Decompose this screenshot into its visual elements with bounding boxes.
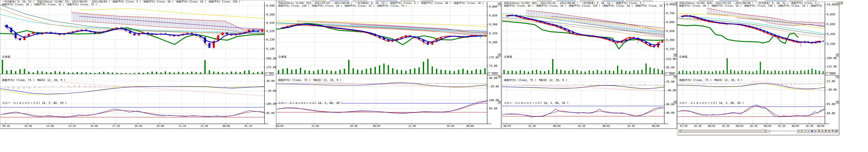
- bar-mode-button[interactable]: B: [824, 129, 828, 133]
- zoom-slider-handle[interactable]: [768, 129, 770, 132]
- line-mode-button[interactable]: L: [820, 129, 824, 133]
- pane-menu-button[interactable]: ◥: [498, 2, 501, 6]
- latest-bar-button[interactable]: ►❚: [834, 129, 838, 133]
- candlestick: [484, 35, 486, 36]
- volume-bar: [41, 71, 43, 74]
- volume-bar: [81, 72, 83, 74]
- volume-bar: [217, 72, 219, 74]
- zoom-in-button[interactable]: +: [800, 129, 804, 133]
- volume-bar: [440, 70, 442, 74]
- stoch-axis-label: 100.00: [266, 102, 276, 106]
- x-axis-label: 08/04: [276, 124, 283, 127]
- volume-bar: [661, 70, 663, 74]
- volume-bar: [209, 70, 210, 74]
- volume-bar: [609, 71, 610, 74]
- pane-menu-button[interactable]: ◥: [674, 53, 677, 57]
- volume-axis-label: 115.00: [827, 65, 837, 68]
- pane-menu-button[interactable]: ◥: [836, 2, 839, 6]
- volume-bar: [617, 66, 618, 74]
- pane-menu-button[interactable]: ◥: [840, 1, 843, 5]
- scrollbar-left-arrow[interactable]: ◄: [678, 129, 682, 133]
- volume-bar: [322, 69, 323, 74]
- pane-menu-button[interactable]: ◥: [498, 53, 501, 57]
- pane-menu-button[interactable]: ◥: [674, 75, 677, 78]
- volume-bar: [690, 71, 691, 74]
- volume-bar: [33, 72, 34, 74]
- volume-bar: [107, 72, 109, 74]
- volume-bar: [503, 70, 504, 74]
- pane-menu-button[interactable]: ◥: [498, 101, 501, 104]
- delete-button[interactable]: X: [831, 129, 835, 133]
- volume-bar: [326, 70, 328, 74]
- chart-canvas-chart-5min: [0, 0, 276, 128]
- volume-bar: [112, 73, 113, 74]
- scrollbar-right-arrow[interactable]: ►: [763, 129, 767, 133]
- price-axis-label: 9,250: [827, 42, 835, 45]
- price-axis-label: 9,410: [266, 21, 275, 25]
- stoch-slow-line: [504, 108, 664, 116]
- volume-bar: [564, 71, 565, 74]
- volume-bar: [745, 71, 746, 74]
- volume-bar: [374, 67, 376, 74]
- pane-menu-button[interactable]: ◥: [836, 101, 839, 104]
- scrollbar-thumb[interactable]: [682, 129, 762, 133]
- page-right-button[interactable]: ►: [814, 129, 817, 133]
- volume-bar: [585, 71, 586, 74]
- volume-axis-label: 175.00: [266, 66, 276, 69]
- day-mode-button[interactable]: D: [817, 129, 821, 133]
- x-axis-label: 08/05: [373, 124, 380, 127]
- volume-bar: [581, 71, 582, 74]
- ma-red-line: [681, 15, 821, 43]
- pane-menu-button[interactable]: ◥: [674, 2, 677, 6]
- marker-button[interactable]: ■: [810, 129, 814, 133]
- fit-width-button[interactable]: ↔: [807, 129, 810, 133]
- volume-bar: [15, 71, 16, 74]
- crosshair-button[interactable]: ⊕: [828, 129, 831, 133]
- volume-bar: [741, 70, 742, 74]
- pane-menu-button[interactable]: ◥: [836, 53, 839, 57]
- volume-bar: [572, 69, 574, 74]
- volume-bar: [653, 69, 655, 74]
- price-axis-label: 9,650: [489, 14, 497, 17]
- pane-menu-button[interactable]: ◥: [498, 75, 501, 78]
- volume-bar: [291, 70, 292, 74]
- x-axis-label: 08/06: [222, 124, 230, 127]
- volume-bar: [24, 69, 25, 74]
- zoom-out-button[interactable]: −: [803, 129, 807, 133]
- volume-bar: [771, 71, 772, 74]
- moving-average-line: [677, 19, 825, 38]
- volume-bar: [423, 62, 424, 74]
- macd-axis-label: 40.00: [489, 76, 497, 80]
- volume-bar: [262, 72, 263, 74]
- page-left-button[interactable]: ◄: [797, 129, 800, 133]
- candlestick: [261, 30, 263, 32]
- volume-bar: [686, 71, 687, 74]
- volume-bar: [116, 73, 118, 74]
- macd-axis-label: -20.00: [489, 85, 499, 88]
- x-axis-label: 08/03: [736, 124, 743, 127]
- volume-bar: [804, 71, 805, 74]
- pane-menu-button[interactable]: ◥: [674, 101, 677, 104]
- volume-bar: [20, 69, 21, 74]
- x-axis-label: 08/05: [792, 124, 799, 127]
- volume-pane-label: 出来高: [2, 55, 10, 59]
- pane-menu-button[interactable]: ◥: [836, 75, 839, 78]
- volume-bar: [205, 60, 206, 74]
- stoch-axis-label: 40.00: [827, 112, 835, 115]
- volume-bar: [2, 60, 3, 74]
- x-axis-label: 16:30: [722, 124, 730, 127]
- zoom-slider-track[interactable]: [769, 130, 796, 131]
- x-axis-label: 12:00: [408, 124, 416, 127]
- x-axis-label: 08/03: [503, 124, 511, 127]
- x-axis-label: 18:40: [134, 124, 142, 127]
- macd-axis-label: 21.00: [827, 80, 835, 83]
- volume-pane-label: 出来高: [679, 55, 687, 59]
- price-axis-label: 9,230: [266, 38, 275, 41]
- volume-bar: [708, 71, 709, 74]
- x-axis-label: 16:30: [528, 124, 536, 127]
- price-axis-label: 10,050: [827, 3, 837, 6]
- volume-bar: [37, 71, 38, 74]
- volume-bar: [370, 68, 371, 74]
- volume-axis-label: 95.00: [666, 66, 674, 69]
- volume-bar: [361, 70, 363, 74]
